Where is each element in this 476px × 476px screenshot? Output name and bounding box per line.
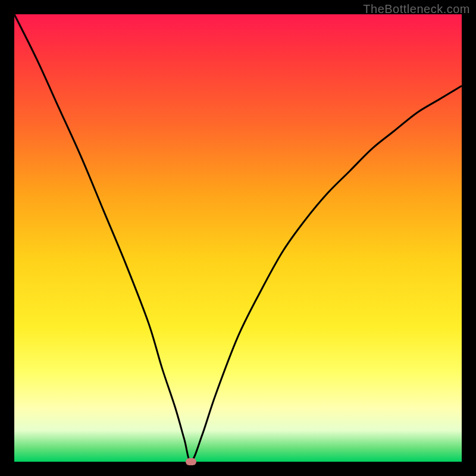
curve-path [14, 14, 462, 462]
chart-frame: TheBottleneck.com [0, 0, 476, 476]
bottleneck-marker [186, 458, 196, 465]
watermark-text: TheBottleneck.com [363, 2, 470, 16]
bottleneck-curve [14, 14, 462, 462]
plot-area [14, 14, 462, 462]
